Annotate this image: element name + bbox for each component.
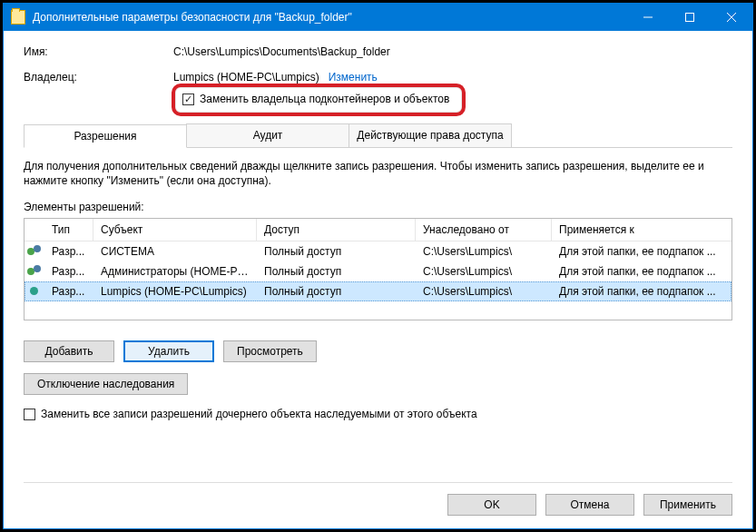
owner-name: Lumpics (HOME-PC\Lumpics) [173,71,319,84]
ok-button[interactable]: OK [447,494,536,516]
col-access[interactable]: Доступ [257,219,416,241]
cell-applies: Для этой папки, ее подпапок ... [552,242,731,261]
user-icon [25,282,44,300]
cell-type: Разр... [44,242,93,261]
tabs: Разрешения Аудит Действующие права досту… [24,123,732,148]
maximize-button[interactable] [669,4,711,31]
table-header: Тип Субъект Доступ Унаследовано от Приме… [25,219,731,241]
col-applies[interactable]: Применяется к [552,219,731,241]
apply-button[interactable]: Применить [643,494,732,516]
tab-permissions[interactable]: Разрешения [24,124,187,148]
permissions-list-label: Элементы разрешений: [24,201,732,213]
name-row: Имя: C:\Users\Lumpics\Documents\Backup_f… [24,45,732,58]
table-row[interactable]: Разр... Lumpics (HOME-PC\Lumpics) Полный… [25,281,731,301]
table-empty-space [25,301,731,320]
cell-subject: СИСТЕМА [93,242,257,261]
add-button[interactable]: Добавить [24,340,114,362]
advanced-security-window: Дополнительные параметры безопасности дл… [3,3,753,529]
name-value: C:\Users\Lumpics\Documents\Backup_folder [173,45,390,58]
users-icon [25,242,44,261]
col-type[interactable]: Тип [44,219,93,241]
cell-access: Полный доступ [257,282,416,300]
svg-rect-1 [686,14,694,22]
permissions-table: Тип Субъект Доступ Унаследовано от Приме… [24,218,732,320]
col-icon [25,219,44,241]
view-button[interactable]: Просмотреть [223,340,317,362]
table-row[interactable]: Разр... Администраторы (HOME-PC... Полны… [25,261,731,281]
description-text: Для получения дополнительных сведений дв… [24,159,732,188]
cell-type: Разр... [44,282,93,300]
col-subject[interactable]: Субъект [93,219,257,241]
window-title: Дополнительные параметры безопасности дл… [33,11,627,24]
cell-inherited: C:\Users\Lumpics\ [416,262,552,281]
tab-effective-access[interactable]: Действующие права доступа [349,123,512,147]
change-owner-link[interactable]: Изменить [329,71,378,84]
titlebar: Дополнительные параметры безопасности дл… [4,4,752,31]
replace-child-label: Заменить все записи разрешений дочернего… [41,408,477,420]
owner-row: Владелец: Lumpics (HOME-PC\Lumpics) Изме… [24,71,732,84]
close-button[interactable] [711,4,752,31]
cell-inherited: C:\Users\Lumpics\ [416,282,552,300]
cell-access: Полный доступ [257,262,416,281]
owner-value: Lumpics (HOME-PC\Lumpics) Изменить [173,71,378,84]
replace-owner-label: Заменить владельца подконтейнеров и объе… [200,93,449,105]
users-icon [25,262,44,281]
cell-subject: Lumpics (HOME-PC\Lumpics) [93,282,257,300]
replace-owner-highlight: Заменить владельца подконтейнеров и объе… [172,84,466,116]
cell-applies: Для этой папки, ее подпапок ... [552,282,731,300]
col-inherited[interactable]: Унаследовано от [416,219,552,241]
replace-child-checkbox[interactable] [24,409,35,420]
cell-inherited: C:\Users\Lumpics\ [416,242,552,261]
cell-applies: Для этой папки, ее подпапок ... [552,262,731,281]
cell-type: Разр... [44,262,93,281]
name-label: Имя: [24,45,173,58]
cell-access: Полный доступ [257,242,416,261]
minimize-button[interactable] [627,4,669,31]
cell-subject: Администраторы (HOME-PC... [93,262,257,281]
action-buttons-row: Добавить Удалить Просмотреть [24,340,732,362]
folder-icon [11,10,25,25]
dialog-footer: OK Отмена Применить [24,482,732,516]
owner-label: Владелец: [24,71,173,84]
content-area: Имя: C:\Users\Lumpics\Documents\Backup_f… [4,31,752,433]
window-controls [627,4,752,31]
cancel-button[interactable]: Отмена [545,494,634,516]
tab-audit[interactable]: Аудит [186,123,349,147]
disable-inheritance-button[interactable]: Отключение наследования [24,373,188,395]
replace-child-row: Заменить все записи разрешений дочернего… [24,408,732,420]
replace-owner-checkbox[interactable] [182,94,194,105]
table-row[interactable]: Разр... СИСТЕМА Полный доступ C:\Users\L… [25,241,731,261]
remove-button[interactable]: Удалить [123,340,214,362]
